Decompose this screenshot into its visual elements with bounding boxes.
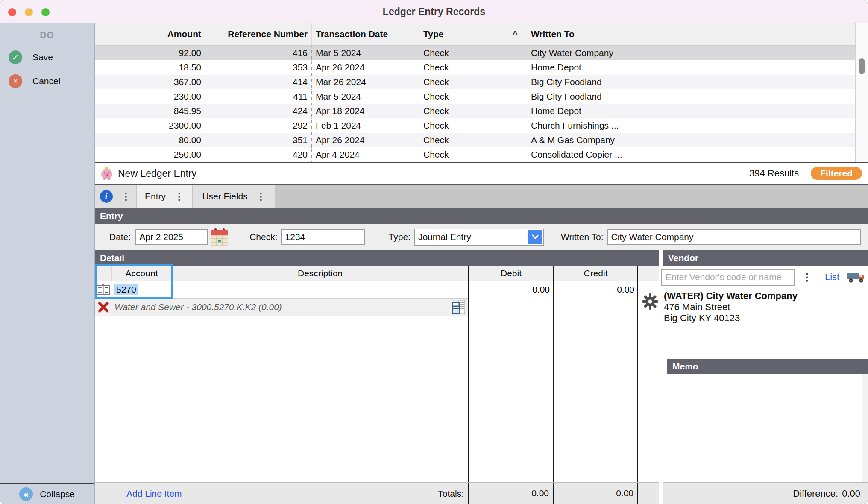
vendor-address-line2: Big City KY 40123	[664, 313, 868, 324]
difference-value: 0.00	[842, 488, 860, 499]
info-icon: i	[100, 190, 113, 203]
sort-ascending-icon: ^	[513, 23, 523, 45]
totals-debit: 0.00	[469, 483, 554, 504]
window-title: Ledger Entry Records	[0, 0, 868, 23]
table-row[interactable]: 92.00 416 Mar 5 2024 Check City Water Co…	[95, 46, 855, 60]
sidebar: DO ✓ Save × Cancel « Collapse	[0, 23, 95, 504]
written-to-input[interactable]	[607, 229, 861, 245]
cell-written-to: Home Depot	[527, 60, 636, 75]
column-header-written-to[interactable]: Written To	[527, 23, 636, 45]
date-label: Date:	[109, 232, 131, 242]
add-line-item-link[interactable]: Add Line Item	[126, 489, 182, 499]
cell-type: Check	[419, 46, 527, 60]
detail-column-description: Description	[172, 266, 469, 281]
cell-reference: 414	[205, 75, 312, 89]
calendar-icon[interactable]	[211, 228, 228, 246]
description-cell[interactable]	[172, 281, 469, 298]
vendor-search-row: ⋮ List	[661, 268, 868, 286]
records-table: Amount Reference Number Transaction Date…	[95, 23, 868, 162]
date-input[interactable]	[135, 229, 208, 245]
tab-user-fields[interactable]: User Fields ⋮	[193, 185, 275, 208]
difference-footer: Difference: 0.00	[663, 482, 868, 504]
debit-cell[interactable]: 0.00	[469, 281, 554, 298]
vendor-section-header: Vendor	[663, 250, 868, 266]
cancel-button[interactable]: × Cancel	[9, 74, 94, 88]
vendor-list-link[interactable]: List	[825, 272, 839, 283]
detail-line-row: 5270 0.00 0.00	[95, 281, 659, 298]
zoom-window-button[interactable]	[41, 8, 50, 16]
tab-entry[interactable]: Entry ⋮	[137, 185, 192, 208]
truck-icon[interactable]	[847, 271, 865, 284]
cell-written-to: Church Furnishings ...	[527, 118, 636, 133]
type-label: Type:	[389, 232, 411, 242]
vendor-panel: Vendor ⋮ List (WATER) City Water Company…	[659, 250, 868, 504]
cell-amount: 367.00	[95, 75, 205, 89]
cancel-x-icon: ×	[9, 74, 22, 88]
type-label: Type	[423, 23, 443, 45]
delete-line-button[interactable]	[95, 301, 112, 314]
cell-type: Check	[419, 89, 527, 104]
tab-entry-label: Entry	[145, 191, 166, 202]
account-lookup-button[interactable]	[95, 281, 112, 298]
difference-label: Difference:	[793, 488, 838, 499]
chevron-down-icon	[528, 230, 542, 244]
cell-reference: 411	[205, 89, 312, 104]
cell-type: Check	[419, 60, 527, 75]
calculator-icon[interactable]	[451, 299, 466, 315]
totals-label: Totals:	[438, 489, 464, 499]
account-suggestion-text: Water and Sewer - 3000.5270.K.K2 (0.00)	[112, 302, 451, 312]
table-row[interactable]: 2300.00 292 Feb 1 2024 Check Church Furn…	[95, 118, 855, 133]
detail-column-account: Account	[112, 266, 172, 281]
account-suggestion-row[interactable]: Water and Sewer - 3000.5270.K.K2 (0.00)	[95, 298, 469, 316]
detail-header-row: Account Description Debit Credit	[95, 266, 659, 281]
tab-menu-icon[interactable]: ⋮	[174, 192, 184, 202]
check-label: Check:	[249, 232, 277, 242]
tab-user-fields-label: User Fields	[202, 191, 247, 202]
table-row[interactable]: 80.00 351 Apr 26 2024 Check A & M Gas Co…	[95, 133, 855, 147]
records-scrollbar[interactable]	[855, 23, 868, 162]
vendor-menu-icon[interactable]: ⋮	[802, 273, 812, 282]
cell-amount: 230.00	[95, 89, 205, 104]
vendor-search-input[interactable]	[661, 269, 795, 286]
cell-written-to: City Water Company	[527, 46, 636, 60]
save-button[interactable]: ✓ Save	[9, 50, 94, 64]
column-header-date[interactable]: Transaction Date	[312, 23, 419, 45]
window-controls	[8, 8, 50, 16]
account-cell[interactable]: 5270	[112, 281, 172, 298]
table-row[interactable]: 367.00 414 Mar 26 2024 Check Big City Fo…	[95, 75, 855, 89]
tab-menu-icon[interactable]: ⋮	[256, 192, 266, 202]
scrollbar-thumb[interactable]	[859, 58, 865, 74]
memo-scrollbar[interactable]	[862, 374, 868, 482]
collapse-button[interactable]: « Collapse	[0, 483, 94, 504]
cell-date: Apr 26 2024	[312, 60, 419, 75]
cell-written-to: A & M Gas Company	[527, 133, 636, 147]
credit-cell[interactable]: 0.00	[554, 281, 638, 298]
column-header-amount[interactable]: Amount	[95, 23, 205, 45]
cell-amount: 250.00	[95, 147, 205, 162]
cell-written-to: Big City Foodland	[527, 89, 636, 104]
tab-info[interactable]: i ⋮	[95, 185, 136, 208]
column-header-reference[interactable]: Reference Number	[205, 23, 312, 45]
cell-reference: 416	[205, 46, 312, 60]
vendor-address-line1: 476 Main Street	[664, 302, 868, 313]
table-row[interactable]: 250.00 420 Apr 4 2024 Check Consolidated…	[95, 147, 855, 162]
column-header-type[interactable]: Type ^	[419, 23, 527, 45]
records-header-row: Amount Reference Number Transaction Date…	[95, 23, 855, 46]
filtered-badge[interactable]: Filtered	[811, 167, 862, 180]
check-number-input[interactable]	[281, 229, 365, 245]
table-row[interactable]: 230.00 411 Mar 5 2024 Check Big City Foo…	[95, 89, 855, 104]
memo-textarea[interactable]	[663, 374, 868, 482]
minimize-window-button[interactable]	[25, 8, 33, 16]
gear-icon[interactable]	[642, 293, 659, 310]
type-dropdown[interactable]: Journal Entry	[414, 229, 544, 246]
table-row[interactable]: 18.50 353 Apr 26 2024 Check Home Depot	[95, 60, 855, 75]
entry-section-header: Entry	[95, 208, 868, 224]
cell-reference: 424	[205, 104, 312, 118]
table-row[interactable]: 845.95 424 Apr 18 2024 Check Home Depot	[95, 104, 855, 118]
cell-date: Mar 5 2024	[312, 46, 419, 60]
close-window-button[interactable]	[8, 8, 16, 16]
cell-reference: 292	[205, 118, 312, 133]
tab-menu-icon[interactable]: ⋮	[121, 192, 131, 202]
red-x-icon	[97, 301, 110, 314]
tab-bar: i ⋮ Entry ⋮ User Fields ⋮	[95, 185, 868, 208]
